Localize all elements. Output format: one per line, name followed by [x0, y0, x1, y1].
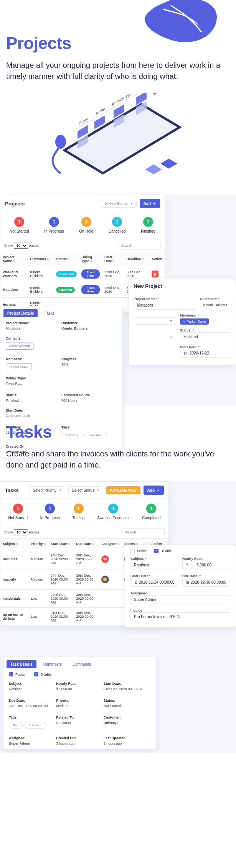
- customer-label: Customer:: [200, 297, 217, 301]
- add-project-button[interactable]: Add ＋: [140, 199, 160, 208]
- generic-select-2[interactable]: ▼: [134, 334, 176, 341]
- tf-assignee-select[interactable]: Super Admin: [130, 595, 230, 604]
- cell-assignee: [99, 590, 122, 608]
- counter-bubble: 1: [146, 504, 156, 514]
- tab-project-tasks[interactable]: Tasks: [41, 309, 58, 317]
- tf-subject-input[interactable]: [130, 561, 178, 569]
- col-start[interactable]: Start Date⇅: [102, 252, 124, 266]
- td-updated-label: Last Updated:: [104, 736, 151, 740]
- task-billable-toggle[interactable]: Billable: [154, 549, 172, 553]
- tf-due-input[interactable]: 🗓 2020-12-30 00:00:00: [182, 578, 230, 587]
- td-assignee[interactable]: Super Admin: [9, 742, 56, 745]
- td-status: Not Started: [104, 704, 151, 708]
- select-priority-dropdown[interactable]: Select Priority▼: [29, 486, 65, 494]
- counter-label: Not Started: [8, 516, 28, 520]
- status-select[interactable]: Finished: [180, 332, 231, 341]
- member-chip[interactable]: ×Parker Dave: [180, 318, 209, 325]
- kanban-view-button[interactable]: KANBAN View: [106, 486, 140, 494]
- tf-start-input[interactable]: 🗓 2020-11-24 00:00:00: [130, 578, 178, 587]
- task-detail-wrap: Task Details Reminders Comments Public B…: [0, 654, 236, 753]
- cell-project-name[interactable]: Matadors: [0, 282, 28, 298]
- cell-subject[interactable]: Incidentals: [0, 590, 28, 608]
- col-subject[interactable]: Subject⇅: [0, 539, 28, 549]
- td-tag-2[interactable]: Follow Up: [25, 722, 47, 729]
- td-hourly-label: Hourly Rate:: [56, 682, 103, 686]
- tf-assignee-label: Assignee:: [130, 591, 230, 595]
- calendar-icon: 🗓: [186, 580, 191, 584]
- counter-completed: 1Completed: [142, 504, 160, 520]
- col-priority[interactable]: Priority⇅: [28, 539, 48, 549]
- tf-invoice-select[interactable]: Pro Forma Invoice - 4P5INI: [130, 612, 230, 621]
- tasks-search-input[interactable]: [122, 528, 165, 536]
- cell-due: 30th Dec, 2020 00:00 AM: [74, 608, 99, 626]
- col-action: Action: [149, 252, 165, 266]
- add-task-button[interactable]: Add＋: [144, 486, 164, 495]
- start-date-input[interactable]: 🗓2020-12-22: [180, 349, 231, 358]
- counter-on-hold: 1On Hold: [79, 217, 93, 233]
- projects-search-input[interactable]: [119, 242, 161, 249]
- cell-priority: Medium: [28, 549, 48, 569]
- entries-select[interactable]: 10: [14, 243, 28, 249]
- td-priority: Medium: [56, 704, 103, 708]
- project-name-input[interactable]: [134, 301, 196, 310]
- cell-subject[interactable]: up on our to-do lists: [0, 608, 28, 626]
- entries-select-tasks[interactable]: 10: [14, 529, 28, 535]
- td-billable[interactable]: Billable: [34, 672, 52, 676]
- cell-start: 21st Dec, 2020 00:00 AM: [48, 608, 74, 626]
- new-project-title: New Project: [134, 283, 162, 289]
- td-related: Customer: [56, 721, 103, 725]
- counter-awaiting-feedback: 1Awaiting Feedback: [97, 504, 129, 520]
- members-label: Members:: [180, 313, 196, 317]
- col-due[interactable]: Due Date⇅: [74, 539, 99, 549]
- select-status-dropdown-tasks[interactable]: Select Status▼: [68, 486, 103, 494]
- tf-hourly-input[interactable]: [193, 561, 230, 569]
- col-start-t[interactable]: Start Date⇅: [48, 539, 74, 549]
- delete-icon[interactable]: 🗑: [152, 271, 158, 277]
- pd-contact-chip[interactable]: Peter Watson: [6, 343, 33, 349]
- col-billing[interactable]: Billing Type⇅: [79, 252, 102, 266]
- calendar-icon: 🗓: [134, 580, 139, 584]
- col-project-name[interactable]: Project Name⇅: [0, 252, 28, 266]
- cell-project-name[interactable]: Weekend Warriors: [0, 266, 28, 282]
- td-public[interactable]: Public: [9, 672, 25, 676]
- cell-subject[interactable]: majority: [0, 569, 28, 590]
- select-status-dropdown[interactable]: Select Status ▼: [102, 200, 137, 208]
- pd-project-name-label: Project Name:: [6, 321, 61, 325]
- svg-text:In Progress: In Progress: [112, 93, 132, 107]
- col-customer[interactable]: Customer⇅: [28, 252, 54, 266]
- td-subject-label: Subject:: [9, 682, 56, 686]
- projects-panel-title: Projects: [5, 201, 25, 207]
- generic-select-1[interactable]: ▼: [134, 317, 176, 325]
- tab-task-comments[interactable]: Comments: [69, 660, 95, 668]
- task-public-toggle[interactable]: Public: [130, 549, 147, 553]
- cell-customer: Kinetic Builders: [28, 282, 54, 298]
- pd-customer[interactable]: Kinetic Builders: [61, 327, 117, 330]
- col-deadline[interactable]: Deadline⇅: [124, 252, 149, 266]
- counter-bubble: 1: [45, 504, 55, 514]
- counter-bubble: 1: [13, 504, 23, 514]
- counter-bubble: 1: [14, 217, 24, 227]
- cell-due: 30th Dec, 2020 00:00 AM: [74, 569, 99, 590]
- cell-assignee: 🙂: [99, 569, 122, 590]
- td-subject: Routines: [9, 687, 56, 691]
- col-status[interactable]: Status⇅: [54, 252, 79, 266]
- tab-task-details[interactable]: Task Details: [7, 660, 36, 668]
- pd-billing-label: Billing Type:: [6, 376, 117, 380]
- cell-subject[interactable]: Routines: [0, 549, 28, 569]
- pd-project-name: Matadors: [6, 327, 61, 330]
- counter-bubble: 1: [143, 217, 153, 227]
- counter-not-started: 1Not Started: [10, 217, 29, 233]
- customer-select[interactable]: Kinetic Builders: [200, 301, 231, 309]
- td-customer[interactable]: Univerge: [104, 721, 151, 725]
- col-assignee[interactable]: Assignee⇅: [99, 539, 122, 549]
- pd-member-chip[interactable]: Parker Dave: [6, 363, 32, 370]
- pd-members-label: Members:: [6, 357, 61, 361]
- counter-cancelled: 1Cancelled: [109, 217, 125, 233]
- tab-project-details[interactable]: Project Details: [3, 309, 38, 317]
- td-tag-1[interactable]: Bug: [9, 722, 23, 729]
- start-date-label: Start Date:: [180, 345, 198, 349]
- tf-currency: ₹: [182, 561, 191, 569]
- cell-due: 30th Dec, 2020 00:00 AM: [74, 590, 99, 608]
- counter-bubble: 1: [49, 217, 59, 227]
- tab-task-reminders[interactable]: Reminders: [40, 660, 66, 668]
